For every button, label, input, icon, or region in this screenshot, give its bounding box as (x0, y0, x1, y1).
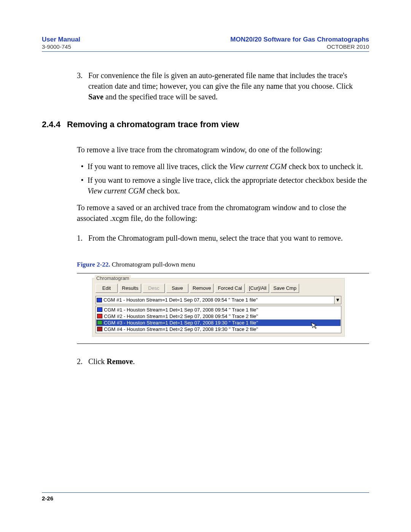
header-left-title: User Manual (42, 36, 80, 43)
step-number: 3. (77, 70, 88, 102)
ordered-step-1: 1. From the Chromatogram pull-down menu,… (77, 233, 369, 243)
figure-caption: Figure 2-22. Chromatogram pull-down menu (77, 260, 369, 269)
step-text: From the Chromatogram pull-down menu, se… (88, 233, 343, 243)
bullet-dot-icon: • (77, 161, 88, 172)
trace-color-swatch (97, 298, 102, 302)
list-item-selected[interactable]: CGM #3 - Houston Stream=1 Det=1 Sep 07, … (96, 320, 341, 326)
intro-paragraph: To remove a live trace from the chromato… (77, 144, 369, 155)
bullet-list: • If you want to remove all live traces,… (77, 161, 369, 196)
section-heading: 2.4.4 Removing a chromatogram trace from… (42, 119, 369, 131)
trace-color-swatch (97, 307, 102, 312)
chromatogram-menu-screenshot: Chromatogram Edit Results Desc Save Remo… (92, 278, 345, 337)
figure-label: Figure 2-22. (77, 261, 110, 268)
page-footer: 2-26 (42, 492, 369, 502)
bullet-item: • If you want to remove a single live tr… (77, 175, 369, 196)
page-number: 2-26 (42, 495, 53, 502)
trace-combobox[interactable]: CGM #1 - Houston Stream=1 Det=1 Sep 07, … (96, 296, 341, 304)
section-title: Removing a chromatogram trace from view (67, 119, 239, 131)
dropdown-arrow-icon[interactable]: ▼ (335, 296, 341, 304)
trace-color-swatch (97, 320, 102, 325)
groupbox-label: Chromatogram (95, 275, 131, 282)
page-header: User Manual MON20/20 Software for Gas Ch… (42, 36, 369, 52)
bullet-dot-icon: • (77, 175, 88, 196)
trace-listbox[interactable]: CGM #1 - Houston Stream=1 Det=1 Sep 07, … (96, 306, 341, 333)
step-number: 1. (77, 233, 88, 243)
save-button[interactable]: Save (166, 284, 188, 293)
remove-button[interactable]: Remove (190, 284, 213, 293)
list-item[interactable]: CGM #4 - Houston Stream=1 Det=2 Sep 07, … (96, 326, 341, 332)
list-item-text: CGM #2 - Houston Stream=1 Det=2 Sep 07, … (104, 313, 258, 320)
step-3: 3. For convenience the file is given an … (77, 70, 369, 102)
cur-all-button[interactable]: [Cur]/All (246, 284, 269, 293)
results-button[interactable]: Results (119, 284, 141, 293)
bullet-text: If you want to remove all live traces, c… (88, 161, 363, 172)
desc-button[interactable]: Desc (143, 284, 165, 293)
step-text: For convenience the file is given an aut… (88, 70, 369, 102)
list-item-text: CGM #3 - Houston Stream=1 Det=1 Sep 07, … (104, 320, 258, 326)
edit-button[interactable]: Edit (96, 284, 118, 293)
section-number: 2.4.4 (42, 119, 67, 131)
step-text: Click Remove. (88, 356, 135, 367)
header-left-sub: 3-9000-745 (42, 43, 71, 50)
trace-color-swatch (97, 327, 102, 331)
bullet-text: If you want to remove a single live trac… (88, 175, 369, 196)
figure-frame: Chromatogram Edit Results Desc Save Remo… (77, 273, 369, 344)
bullet-item: • If you want to remove all live traces,… (77, 161, 369, 172)
list-item-text: CGM #4 - Houston Stream=1 Det=2 Sep 07, … (104, 326, 258, 332)
list-item[interactable]: CGM #1 - Houston Stream=1 Det=1 Sep 07, … (96, 307, 341, 313)
list-item-text: CGM #1 - Houston Stream=1 Det=1 Sep 07, … (104, 307, 258, 313)
forced-cal-button[interactable]: Forced Cal (215, 284, 245, 293)
list-item[interactable]: CGM #2 - Houston Stream=1 Det=2 Sep 07, … (96, 313, 341, 320)
combobox-value[interactable]: CGM #1 - Houston Stream=1 Det=1 Sep 07, … (96, 296, 335, 304)
paragraph-saved: To remove a saved or an archived trace f… (77, 202, 369, 224)
selected-trace-text: CGM #1 - Houston Stream=1 Det=1 Sep 07, … (104, 297, 258, 304)
ordered-step-2: 2. Click Remove. (77, 356, 369, 367)
header-right-title: MON20/20 Software for Gas Chromatographs (230, 36, 369, 43)
trace-color-swatch (97, 314, 102, 318)
save-cmp-button[interactable]: Save Cmp (271, 284, 299, 293)
header-right-sub: OCTOBER 2010 (327, 43, 369, 50)
figure-caption-text: Chromatogram pull-down menu (110, 261, 195, 268)
step-number: 2. (77, 356, 88, 367)
